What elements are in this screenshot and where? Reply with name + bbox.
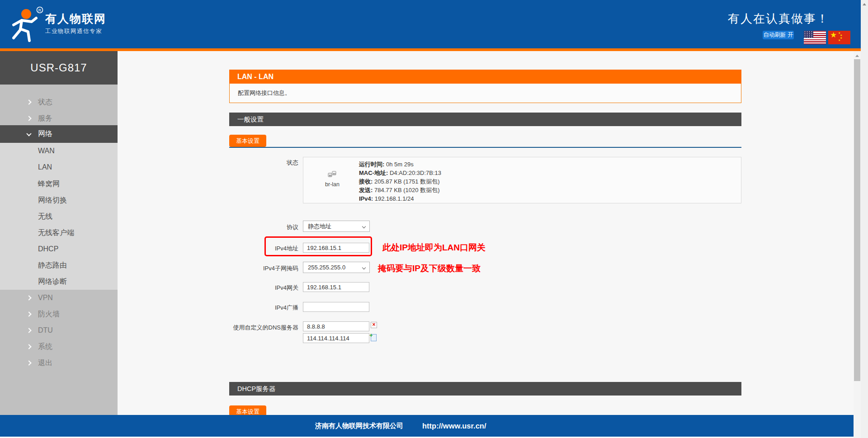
sidebar-item-vpn[interactable]: VPN [0, 290, 118, 306]
stat-rx: 接收: 205.87 KB (1751 数据包) [359, 177, 441, 186]
netmask-selected-value: 255.255.255.0 [308, 264, 345, 271]
sidebar-item-dhcp[interactable]: DHCP [0, 241, 118, 257]
content-scrollbar-track[interactable] [854, 51, 861, 438]
sidebar-item-cellular[interactable]: 蜂窝网 [0, 176, 118, 192]
select-chevron-icon [362, 225, 366, 228]
sidebar-item-label: 系统 [38, 342, 52, 352]
auto-refresh-button[interactable]: 自动刷新 开 [763, 31, 794, 39]
stat-mac: MAC-地址: D4:AD:20:3D:7B:13 [359, 169, 441, 177]
window-scrollbar-track[interactable] [861, 0, 868, 438]
tab-basic-settings[interactable]: 基本设置 [229, 135, 266, 147]
header-slogan: 有人在认真做事！ [728, 11, 823, 27]
remove-dns-icon[interactable]: × [371, 322, 377, 328]
dns-server-input-2[interactable] [303, 333, 369, 343]
interface-icon [328, 172, 337, 179]
sidebar-item-label: DTU [38, 326, 53, 334]
cn-flag-star: ★ [830, 31, 837, 39]
logo-title: 有人物联网 [45, 11, 106, 26]
plus-glyph: + [369, 332, 373, 339]
sidebar-item-static-routes[interactable]: 静态路由 [0, 257, 118, 273]
sidebar-item-label: 蜂窝网 [38, 179, 60, 189]
chevron-right-icon [26, 360, 31, 365]
logo-subtitle: 工业物联网通信专家 [45, 28, 102, 35]
sidebar-item-label: 服务 [38, 114, 52, 123]
sidebar-item-label: LAN [38, 163, 52, 171]
protocol-selected-value: 静态地址 [308, 222, 331, 231]
interface-status-box: br-lan 运行时间: 0h 5m 29s MAC-地址: D4:AD:20:… [303, 157, 741, 203]
sidebar-item-dtu[interactable]: DTU [0, 322, 118, 339]
cn-flag-star-small: ★ [838, 39, 840, 42]
page-title: LAN - LAN [229, 70, 741, 84]
ip-note-annotation: 此处IP地址即为LAN口网关 [382, 242, 486, 254]
ipv4-gateway-input[interactable] [303, 282, 369, 292]
protocol-label: 协议 [208, 223, 298, 231]
sidebar-item-label: 静态路由 [38, 261, 67, 270]
sidebar-item-label: 网络切换 [38, 196, 67, 205]
section-general-settings: 一般设置 [229, 113, 741, 126]
sidebar-item-firewall[interactable]: 防火墙 [0, 306, 118, 322]
ipv4-address-label: IPv4地址 [208, 245, 298, 253]
select-chevron-icon [362, 266, 366, 269]
usr-logo-icon: R [8, 5, 44, 44]
chevron-right-icon [26, 311, 31, 316]
scroll-up-arrow-icon[interactable] [855, 55, 859, 57]
sidebar-item-network[interactable]: 网络 [0, 125, 118, 143]
ipv4-address-input[interactable] [303, 243, 369, 253]
sidebar-item-lan[interactable]: LAN [0, 159, 118, 175]
sidebar-item-network-switch[interactable]: 网络切换 [0, 192, 118, 208]
ipv4-broadcast-input[interactable] [303, 302, 369, 312]
footer-company: 济南有人物联网技术有限公司 [315, 422, 403, 430]
footer-bar: 济南有人物联网技术有限公司 http://www.usr.cn/ [0, 415, 854, 437]
status-label: 状态 [208, 159, 298, 167]
ipv4-netmask-select[interactable]: 255.255.255.0 [303, 262, 370, 273]
sidebar: USR-G817 状态 服务 网络 WAN LAN 蜂窝网 网络切换 无线 无线… [0, 51, 118, 415]
stat-uptime: 运行时间: 0h 5m 29s [359, 160, 441, 169]
screen: R 有人物联网 工业物联网通信专家 有人在认真做事！ 自动刷新 开 ★ ★ ★ … [0, 0, 868, 438]
dns-server-input-1[interactable] [303, 321, 369, 331]
device-name: USR-G817 [30, 61, 87, 74]
ipv4-netmask-label: IPv4子网掩码 [208, 264, 298, 273]
interface-name: br-lan [320, 181, 345, 188]
sidebar-item-status[interactable]: 状态 [0, 94, 118, 110]
chevron-right-icon [26, 344, 31, 349]
device-name-block: USR-G817 [0, 51, 118, 85]
cn-flag-icon[interactable]: ★ ★ ★ ★ ★ [828, 31, 850, 44]
header-bar: R 有人物联网 工业物联网通信专家 有人在认真做事！ 自动刷新 开 ★ ★ ★ … [0, 0, 861, 48]
chevron-down-icon [26, 131, 31, 136]
footer-url-link[interactable]: http://www.usr.cn/ [422, 422, 486, 430]
chevron-right-icon [26, 116, 31, 121]
window-scroll-up-arrow-icon[interactable] [863, 3, 866, 5]
chevron-right-icon [26, 99, 31, 104]
protocol-select[interactable]: 静态地址 [303, 221, 370, 232]
sidebar-item-label: VPN [38, 294, 53, 302]
sidebar-item-diagnostics[interactable]: 网络诊断 [0, 273, 118, 290]
sidebar-item-label: DHCP [38, 245, 58, 253]
sidebar-item-label: WAN [38, 147, 55, 155]
main-content-area [118, 51, 854, 415]
sidebar-item-label: 无线 [38, 212, 52, 221]
custom-dns-label: 使用自定义的DNS服务器 [199, 324, 298, 332]
chevron-right-icon [26, 295, 31, 300]
sidebar-item-system[interactable]: 系统 [0, 339, 118, 355]
sidebar-item-label: 无线客户端 [38, 228, 74, 238]
us-flag-icon[interactable] [804, 31, 826, 44]
stat-tx: 发送: 784.77 KB (1020 数据包) [359, 186, 441, 194]
svg-text:R: R [38, 8, 42, 13]
sidebar-item-wan[interactable]: WAN [0, 143, 118, 159]
content-scrollbar-thumb[interactable] [854, 59, 860, 381]
sidebar-item-label: 状态 [38, 98, 52, 107]
sidebar-item-logout[interactable]: 退出 [0, 355, 118, 371]
us-flag-canton [804, 31, 813, 38]
mask-note-annotation: 掩码要与IP及下级数量一致 [378, 263, 481, 274]
chevron-right-icon [26, 328, 31, 333]
sidebar-item-wireless-client[interactable]: 无线客户端 [0, 225, 118, 241]
sidebar-item-services[interactable]: 服务 [0, 110, 118, 127]
page-description: 配置网络接口信息。 [229, 84, 741, 103]
sidebar-item-wireless[interactable]: 无线 [0, 208, 118, 225]
sidebar-item-label: 网络 [38, 129, 52, 139]
add-dns-icon[interactable]: + [371, 334, 377, 341]
ipv4-gateway-label: IPv4网关 [208, 284, 298, 292]
sidebar-item-label: 退出 [38, 358, 52, 368]
sidebar-item-label: 防火墙 [38, 310, 60, 319]
sidebar-item-label: 网络诊断 [38, 277, 67, 287]
